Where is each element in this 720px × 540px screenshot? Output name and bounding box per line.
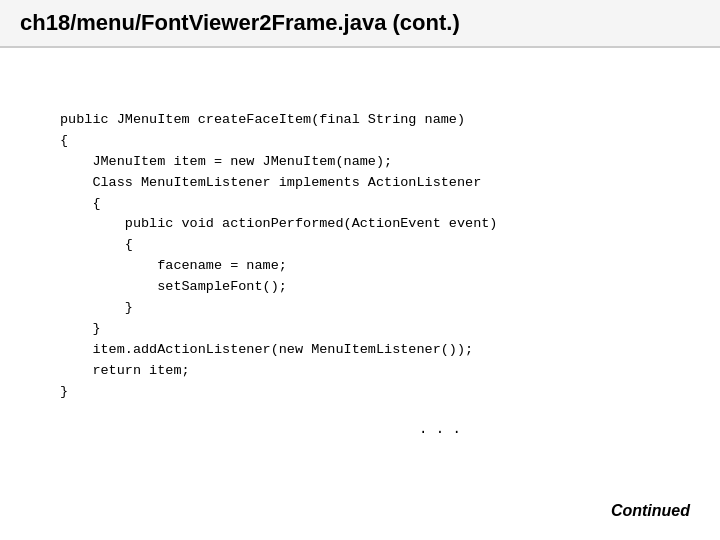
header: ch18/menu/FontViewer2Frame.java (cont.) [0,0,720,48]
code-line: public void actionPerformed(ActionEvent … [60,214,660,235]
code-line: setSampleFont(); [60,277,660,298]
code-line: JMenuItem item = new JMenuItem(name); [60,152,660,173]
code-line: item.addActionListener(new MenuItemListe… [60,340,660,361]
code-line: Class MenuItemListener implements Action… [60,173,660,194]
header-title: ch18/menu/FontViewer2Frame.java (cont.) [20,10,460,35]
code-line: } [60,298,660,319]
code-line: } [60,319,660,340]
code-line: { [60,235,660,256]
code-line: { [60,131,660,152]
code-line: return item; [60,361,660,382]
code-line: public JMenuItem createFaceItem(final St… [60,110,660,131]
code-line: { [60,194,660,215]
page-container: ch18/menu/FontViewer2Frame.java (cont.) … [0,0,720,540]
continued-label: Continued [611,502,690,520]
content: public JMenuItem createFaceItem(final St… [0,48,720,540]
code-line: } [60,382,660,403]
code-line: facename = name; [60,256,660,277]
code-block: public JMenuItem createFaceItem(final St… [60,68,660,403]
ellipsis-line: . . . [220,421,660,437]
